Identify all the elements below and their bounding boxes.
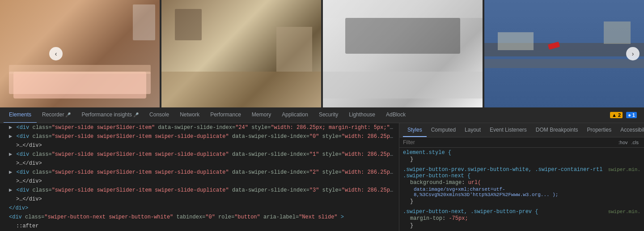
- dom-line-2b[interactable]: >…</div>: [0, 141, 399, 150]
- tab-performance-insights[interactable]: Performance insights 🎤: [76, 107, 144, 123]
- website-preview: ‹ ›: [0, 0, 644, 107]
- tab-network[interactable]: Network: [174, 107, 205, 123]
- tab-adblock[interactable]: AdBlock: [381, 107, 411, 123]
- styles-panel: Styles Computed Layout Event Listeners D…: [399, 123, 644, 231]
- css-selector-swiper-2: .swiper-button-next, .swiper-button-prev…: [403, 209, 538, 215]
- dom-line-4[interactable]: ▶ <div class="swiper-slide swiperSlider-…: [0, 168, 399, 177]
- perf-insights-icon: 🎤: [133, 112, 139, 117]
- css-source-2: swiper.min.: [608, 209, 640, 214]
- style-tab-accessibility[interactable]: Accessibility: [616, 124, 644, 137]
- tab-memory[interactable]: Memory: [246, 107, 276, 123]
- css-rule-swiper-prev-1: .swiper-button-prev.swiper-button-white,…: [403, 167, 640, 205]
- style-tab-properties[interactable]: Properties: [583, 124, 616, 137]
- tab-elements[interactable]: Elements: [4, 107, 37, 123]
- recorder-icon: 🎤: [65, 112, 71, 117]
- tab-application[interactable]: Application: [276, 107, 314, 123]
- devtools-toolbar: Elements Recorder 🎤 Performance insights…: [0, 107, 644, 123]
- tab-console[interactable]: Console: [144, 107, 174, 123]
- css-bg-image-line: background-image: url(: [403, 179, 640, 186]
- dom-line-5[interactable]: ▶ <div class="swiper-slide swiperSlider-…: [0, 186, 399, 195]
- dom-line-closediv[interactable]: </div>: [0, 204, 399, 213]
- filter-input[interactable]: [403, 139, 617, 145]
- dom-line-nextnav[interactable]: <div class="swiper-button-next swiper-bu…: [0, 213, 399, 222]
- gallery-image-3: [323, 0, 483, 107]
- style-tab-event-listeners[interactable]: Event Listeners: [485, 124, 531, 137]
- style-tab-styles[interactable]: Styles: [403, 124, 427, 137]
- tab-lighthouse[interactable]: Lighthouse: [343, 107, 381, 123]
- pseudo-filter-button[interactable]: :hov: [617, 140, 630, 145]
- gallery-image-4: [484, 0, 644, 107]
- cls-filter-button[interactable]: .cls: [630, 140, 641, 145]
- dom-line-5b[interactable]: >…</div>: [0, 195, 399, 204]
- dom-line-1[interactable]: ▶ <div class="swiper-slide swiperSlider-…: [0, 123, 399, 132]
- devtools-panel: Elements Recorder 🎤 Performance insights…: [0, 107, 644, 231]
- filter-bar: :hov .cls: [399, 137, 644, 148]
- css-rule-swiper-prev-2: .swiper-button-next, .swiper-button-prev…: [403, 209, 640, 229]
- css-selector-element: element.style {: [403, 150, 451, 156]
- style-tab-layout[interactable]: Layout: [460, 124, 485, 137]
- dom-line-after1[interactable]: ::after: [0, 222, 399, 231]
- devtools-main: ▶ <div class="swiper-slide swiperSlider-…: [0, 123, 644, 231]
- css-brace-close-3: }: [403, 222, 640, 229]
- dom-panel: ▶ <div class="swiper-slide swiperSlider-…: [0, 123, 399, 231]
- styles-tabs: Styles Computed Layout Event Listeners D…: [399, 123, 644, 137]
- gallery-next-button[interactable]: ›: [626, 47, 640, 60]
- css-brace-close-2: }: [403, 198, 640, 205]
- css-url-value: data:image/svg+xml;charset=utf-8,%3Csvg%…: [403, 186, 640, 198]
- tab-performance[interactable]: Performance: [205, 107, 246, 123]
- css-margin-top-line: margin-top: -75px;: [403, 215, 640, 222]
- dom-line-3b[interactable]: >…</div>: [0, 159, 399, 168]
- style-tab-dom-breakpoints[interactable]: DOM Breakpoints: [531, 124, 583, 137]
- css-rules-panel: element.style { } .swiper-button-prev.sw…: [399, 148, 644, 231]
- dom-line-4b[interactable]: >…</div>: [0, 177, 399, 186]
- css-rule-element-style: element.style { }: [403, 150, 640, 163]
- info-badge[interactable]: ● 1: [626, 112, 637, 118]
- dom-line-3[interactable]: ▶ <div class="swiper-slide swiperSlider-…: [0, 150, 399, 159]
- style-tab-computed[interactable]: Computed: [427, 124, 460, 137]
- warning-badge[interactable]: ▲ 2: [610, 112, 623, 118]
- toolbar-badges: ▲ 2 ● 1: [610, 112, 640, 118]
- gallery-prev-button[interactable]: ‹: [49, 47, 63, 60]
- css-source-1: swiper.min.: [608, 167, 640, 172]
- gallery-image-1: [0, 0, 160, 107]
- tab-recorder[interactable]: Recorder 🎤: [37, 107, 76, 123]
- gallery-image-2: [161, 0, 321, 107]
- image-gallery: [0, 0, 644, 107]
- css-selector-swiper-1: .swiper-button-prev.swiper-button-white,…: [403, 167, 604, 179]
- dom-line-2[interactable]: ▶ <div class="swiper-slide swiperSlider-…: [0, 132, 399, 141]
- css-brace-close: }: [403, 156, 640, 163]
- tab-security[interactable]: Security: [314, 107, 343, 123]
